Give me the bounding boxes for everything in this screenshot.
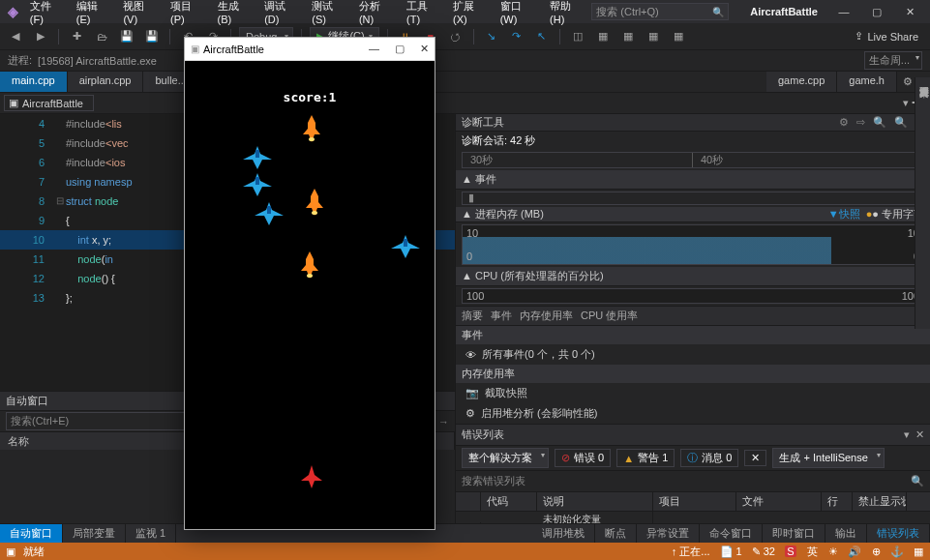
minimize-button[interactable]: — [827,1,860,22]
diag-time-ruler[interactable]: 30秒 40秒 [462,152,924,168]
menu-build[interactable]: 生成(B) [212,0,257,28]
solution-explorer-rail[interactable]: 解决方案资源管理器 [915,77,930,329]
restart-icon[interactable]: ⭯ [446,27,465,46]
warning-filter[interactable]: ▲警告 1 [616,449,675,467]
menu-file[interactable]: 文件(F) [24,0,69,28]
step-out-icon[interactable]: ↖ [532,27,552,46]
bottom-tab-exceptions[interactable]: 异常设置 [637,524,700,543]
diag-tab-events[interactable]: 事件 [491,309,512,323]
bottom-tab-watch1[interactable]: 监视 1 [126,524,176,543]
message-filter[interactable]: ⓘ消息 0 [680,449,738,467]
bottom-tab-immediate[interactable]: 即时窗口 [763,524,825,543]
export-icon[interactable]: ⇨ [856,116,865,129]
tray-icon[interactable]: ⚓ [891,545,903,557]
diag-events-track[interactable]: ▮ [462,192,924,205]
gear-icon[interactable]: ⚙ [903,75,913,88]
error-filter[interactable]: ⊘错误 0 [555,449,611,467]
menu-view[interactable]: 视图(V) [117,0,163,28]
dropdown-icon[interactable]: ▾ [904,428,910,441]
bottom-tab-autos[interactable]: 自动窗口 [0,524,63,543]
tool-icon[interactable]: ▦ [644,27,663,46]
cpu-chart[interactable]: 100 100 [462,288,924,304]
diag-tab-summary[interactable]: 摘要 [462,309,483,323]
diag-cpu-header[interactable]: ▲ CPU (所有处理器的百分比) [456,267,930,286]
status-add[interactable]: 📄 1 [720,545,742,558]
take-snapshot[interactable]: 📷 截取快照 [456,383,930,403]
bottom-tab-output[interactable]: 输出 [825,524,867,543]
enable-heap[interactable]: ⚙ 启用堆分析 (会影响性能) [456,403,930,424]
tab-game-cpp[interactable]: game.cpp [766,72,837,92]
tab-game-h[interactable]: game.h [837,72,897,92]
tool-icon[interactable]: ◫ [568,27,587,46]
live-share-button[interactable]: ⇪ Live Share [849,30,924,43]
game-window[interactable]: ▣ AircraftBattle — ▢ ✕ score:1 [184,37,435,530]
errlist-search-input[interactable]: 搜索错误列表 [462,474,911,488]
status-sync[interactable]: ↑ 正在... [672,545,710,559]
tool-icon[interactable]: ▦ [618,27,638,46]
menu-help[interactable]: 帮助(H) [544,0,589,28]
maximize-button[interactable]: ▢ [395,43,405,55]
diag-tab-mem[interactable]: 内存使用率 [520,309,573,323]
menu-project[interactable]: 项目(P) [165,0,210,28]
project-scope-dropdown[interactable]: ▣ AircraftBattle [4,95,94,111]
nav-back-icon[interactable]: ◀ [6,27,25,46]
step-over-icon[interactable]: ↷ [507,27,526,46]
menu-tools[interactable]: 工具(T) [401,0,445,28]
menu-ext[interactable]: 扩展(X) [447,0,493,28]
tray-icon[interactable]: 🔊 [849,545,860,557]
game-titlebar[interactable]: ▣ AircraftBattle — ▢ ✕ [185,38,435,61]
diag-tab-cpu[interactable]: CPU 使用率 [581,309,638,323]
diag-events-header[interactable]: ▲ 事件 [456,170,930,190]
clear-filter[interactable]: ✕ [744,450,766,466]
nav-fwd-icon[interactable]: ▶ [31,27,50,46]
open-icon[interactable]: 🗁 [92,27,111,46]
save-icon[interactable]: 💾 [117,27,136,46]
search-icon[interactable]: 🔍 [911,475,924,487]
close-button[interactable]: ✕ [420,43,429,55]
menu-analyze[interactable]: 分析(N) [353,0,399,28]
menu-debug[interactable]: 调试(D) [258,0,304,28]
bottom-tab-locals[interactable]: 局部变量 [63,524,126,543]
th-desc[interactable]: 说明 [537,492,653,511]
th-line[interactable]: 行 [822,492,853,511]
game-canvas[interactable]: score:1 [185,61,435,529]
bottom-tab-breakpoints[interactable]: 断点 [595,524,637,543]
bottom-tab-errorlist[interactable]: 错误列表 [867,524,930,543]
th-file[interactable]: 文件 [736,492,822,511]
tab-airplan-cpp[interactable]: airplan.cpp [68,72,144,92]
events-summary[interactable]: 👁 所有事件(0 个，共 0 个) [456,344,930,365]
close-button[interactable]: ✕ [893,1,926,22]
menu-edit[interactable]: 编辑(E) [71,0,116,28]
th-supp[interactable]: 禁止显示状 [853,492,907,511]
th-proj[interactable]: 项目 [653,492,736,511]
step-into-icon[interactable]: ↘ [482,27,501,46]
close-icon[interactable]: ✕ [915,428,924,441]
tool-icon[interactable]: ▦ [669,27,688,46]
lifecycle-dropdown[interactable]: 生命周... [864,51,922,70]
zoom-in-icon[interactable]: 🔍 [873,116,886,129]
gear-icon[interactable]: ⚙ [839,116,849,129]
tray-icon[interactable]: ▦ [913,545,924,557]
scope-dropdown[interactable]: 整个解决方案 [462,448,549,468]
tab-main-cpp[interactable]: main.cpp [0,72,68,92]
minimize-button[interactable]: — [369,43,379,55]
diag-mem-header[interactable]: ▲ 进程内存 (MB) ▼快照 ●● 专用字节 [456,207,930,222]
th-code[interactable]: 代码 [481,492,537,511]
tray-lang-icon[interactable]: 英 [806,545,818,557]
quick-search-input[interactable]: 搜索 (Ctrl+Q) [591,3,729,20]
source-dropdown[interactable]: 生成 + IntelliSense [772,448,884,468]
new-icon[interactable]: ✚ [67,27,86,46]
snapshot-toggle[interactable]: ▼快照 [828,207,860,221]
tray-icon[interactable]: ⊕ [870,545,882,557]
status-edit[interactable]: ✎ 32 [752,545,775,558]
tool-icon[interactable]: ▦ [593,27,613,46]
menu-test[interactable]: 测试(S) [306,0,351,28]
memory-chart[interactable]: 10 10 0 0 [462,224,924,265]
next-icon[interactable]: → [438,416,449,427]
zoom-out-icon[interactable]: 🔍 [894,116,908,129]
maximize-button[interactable]: ▢ [860,1,893,22]
bottom-tab-command[interactable]: 命令窗口 [700,524,763,543]
bottom-tab-callstack[interactable]: 调用堆栈 [532,524,595,543]
save-all-icon[interactable]: 💾 [142,27,162,46]
tray-icon[interactable]: ☀ [827,545,839,557]
